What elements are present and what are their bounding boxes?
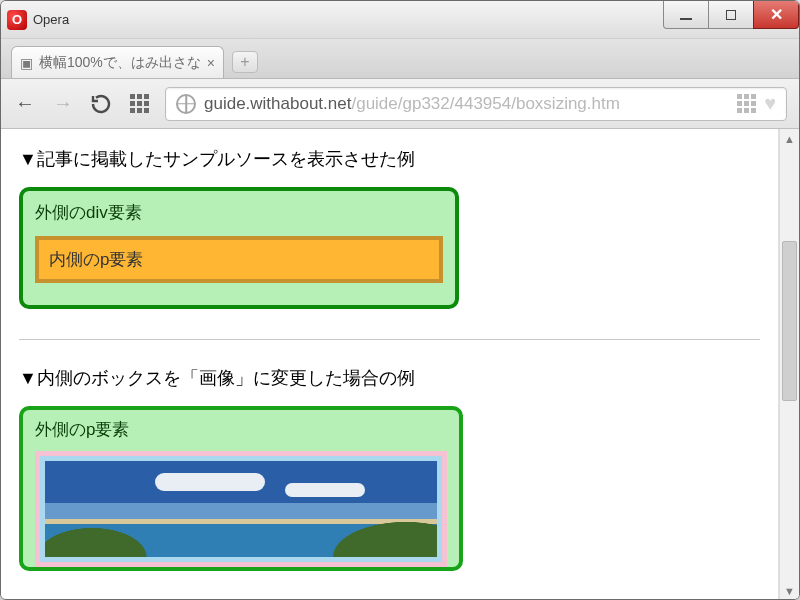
sample1-outer-box: 外側のdiv要素 内側のp要素 bbox=[19, 187, 459, 309]
reload-button[interactable] bbox=[89, 92, 113, 116]
document-icon: ▣ bbox=[20, 55, 33, 71]
globe-icon bbox=[176, 94, 196, 114]
tab-strip: ▣ 横幅100%で、はみ出さな × + bbox=[1, 39, 799, 79]
scroll-thumb[interactable] bbox=[782, 241, 797, 401]
window-controls: ✕ bbox=[664, 1, 799, 29]
new-tab-button[interactable]: + bbox=[232, 51, 258, 73]
tab-title: 横幅100%で、はみ出さな bbox=[39, 54, 201, 72]
scroll-down-button[interactable]: ▼ bbox=[780, 581, 799, 600]
cloud-decoration bbox=[155, 473, 265, 491]
sample2-outer-box: 外側のp要素 bbox=[19, 406, 463, 571]
url-text: guide.withabout.net/guide/gp332/443954/b… bbox=[204, 94, 729, 114]
address-bar[interactable]: guide.withabout.net/guide/gp332/443954/b… bbox=[165, 87, 787, 121]
toolbar: ← → guide.withabout.net/guide/gp332/4439… bbox=[1, 79, 799, 129]
tab-close-icon[interactable]: × bbox=[207, 55, 215, 71]
speed-dial-icon bbox=[130, 94, 149, 113]
titlebar: O Opera ✕ bbox=[1, 1, 799, 39]
opera-logo-icon[interactable]: O bbox=[7, 10, 27, 30]
scroll-up-button[interactable]: ▲ bbox=[780, 129, 799, 149]
sample2-outer-label: 外側のp要素 bbox=[35, 418, 447, 441]
sample1-inner-box: 内側のp要素 bbox=[35, 236, 443, 283]
url-host: guide.withabout.net bbox=[204, 94, 351, 113]
sample1-outer-label: 外側のdiv要素 bbox=[35, 201, 443, 224]
sample2-landscape-image bbox=[45, 461, 437, 557]
speed-dial-button[interactable] bbox=[127, 92, 151, 116]
forward-button[interactable]: → bbox=[51, 92, 75, 116]
url-path: /guide/gp332/443954/boxsizing.htm bbox=[351, 94, 619, 113]
app-title: Opera bbox=[33, 12, 69, 27]
section1-heading: ▼記事に掲載したサンプルソースを表示させた例 bbox=[19, 147, 760, 171]
bookmark-heart-icon[interactable]: ♥ bbox=[764, 92, 776, 115]
sample2-blue-border bbox=[40, 456, 442, 562]
scroll-track[interactable] bbox=[780, 149, 799, 581]
reload-icon bbox=[89, 92, 113, 116]
minimize-button[interactable] bbox=[663, 1, 709, 29]
tab-active[interactable]: ▣ 横幅100%で、はみ出さな × bbox=[11, 46, 224, 78]
maximize-button[interactable] bbox=[708, 1, 754, 29]
divider bbox=[19, 339, 760, 340]
sample2-pink-border bbox=[35, 451, 447, 567]
extensions-icon[interactable] bbox=[737, 94, 756, 113]
back-button[interactable]: ← bbox=[13, 92, 37, 116]
sample1-inner-label: 内側のp要素 bbox=[49, 250, 143, 269]
close-button[interactable]: ✕ bbox=[753, 1, 799, 29]
viewport: ▼記事に掲載したサンプルソースを表示させた例 外側のdiv要素 内側のp要素 ▼… bbox=[1, 129, 799, 600]
browser-window: O Opera ✕ ▣ 横幅100%で、はみ出さな × + ← → guide.… bbox=[0, 0, 800, 600]
cloud-decoration bbox=[285, 483, 365, 497]
vertical-scrollbar[interactable]: ▲ ▼ bbox=[779, 129, 799, 600]
page-content: ▼記事に掲載したサンプルソースを表示させた例 外側のdiv要素 内側のp要素 ▼… bbox=[1, 129, 779, 600]
section2-heading: ▼内側のボックスを「画像」に変更した場合の例 bbox=[19, 366, 760, 390]
